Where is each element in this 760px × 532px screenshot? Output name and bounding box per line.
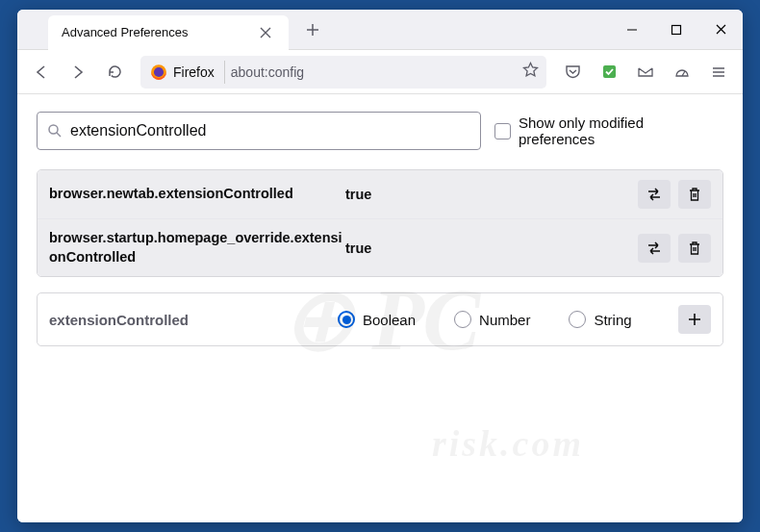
url-text: about:config	[231, 64, 517, 80]
minimize-button[interactable]	[610, 10, 654, 50]
close-tab-icon[interactable]	[256, 23, 275, 42]
checkbox-label: Show only modified preferences	[519, 114, 723, 147]
radio-string[interactable]: String	[569, 311, 631, 328]
menu-button[interactable]	[702, 56, 735, 89]
radio-label: Boolean	[363, 312, 416, 328]
url-bar[interactable]: Firefox about:config	[140, 56, 546, 89]
browser-window: Advanced Preferences Firefox about:confi…	[17, 10, 743, 522]
page-content: Show only modified preferences browser.n…	[17, 94, 743, 522]
type-radios: Boolean Number String	[338, 311, 678, 328]
pocket-icon[interactable]	[556, 56, 589, 89]
mail-icon[interactable]	[629, 56, 662, 89]
radio-icon	[338, 311, 355, 328]
pref-value: true	[345, 187, 638, 202]
url-identity[interactable]: Firefox	[144, 61, 225, 84]
reset-button[interactable]	[678, 234, 711, 263]
search-icon	[47, 123, 63, 139]
add-button[interactable]	[678, 305, 711, 334]
pref-row: browser.startup.homepage_override.extens…	[38, 218, 722, 276]
new-pref-name: extensionControlled	[49, 312, 338, 328]
browser-tab[interactable]: Advanced Preferences	[48, 15, 289, 50]
search-input[interactable]	[70, 122, 470, 139]
search-row: Show only modified preferences	[37, 112, 723, 150]
reset-button[interactable]	[678, 180, 711, 209]
close-window-button[interactable]	[698, 10, 743, 50]
svg-rect-0	[672, 25, 681, 34]
radio-icon	[569, 311, 586, 328]
forward-button[interactable]	[62, 56, 94, 89]
radio-label: Number	[479, 312, 530, 328]
pref-name: browser.startup.homepage_override.extens…	[49, 229, 345, 266]
back-button[interactable]	[25, 56, 58, 89]
title-bar: Advanced Preferences	[17, 10, 743, 50]
window-controls	[610, 10, 743, 50]
search-box[interactable]	[37, 112, 481, 150]
nav-toolbar: Firefox about:config	[17, 50, 743, 94]
pref-row: browser.newtab.extensionControlled true	[38, 170, 722, 218]
dashboard-icon[interactable]	[666, 56, 698, 89]
tab-title: Advanced Preferences	[62, 25, 189, 39]
show-only-modified-checkbox[interactable]: Show only modified preferences	[494, 114, 723, 147]
pref-value: true	[345, 241, 638, 256]
toggle-button[interactable]	[638, 180, 671, 209]
svg-rect-3	[603, 65, 616, 78]
toggle-button[interactable]	[638, 234, 671, 263]
maximize-button[interactable]	[654, 10, 698, 50]
radio-boolean[interactable]: Boolean	[338, 311, 416, 328]
firefox-logo-icon	[150, 63, 167, 81]
radio-icon	[454, 311, 471, 328]
bookmark-star-icon[interactable]	[522, 62, 539, 82]
new-tab-button[interactable]	[298, 15, 327, 44]
add-pref-row: extensionControlled Boolean Number Strin…	[37, 292, 723, 346]
radio-number[interactable]: Number	[454, 311, 530, 328]
reload-button[interactable]	[98, 56, 131, 89]
url-identity-label: Firefox	[173, 64, 215, 80]
checkbox-icon	[494, 123, 511, 139]
svg-point-2	[154, 66, 164, 76]
extension-icon[interactable]	[593, 56, 625, 89]
svg-point-4	[49, 125, 58, 134]
radio-label: String	[594, 312, 631, 328]
pref-name: browser.newtab.extensionControlled	[49, 185, 345, 204]
prefs-table: browser.newtab.extensionControlled true …	[37, 169, 723, 277]
